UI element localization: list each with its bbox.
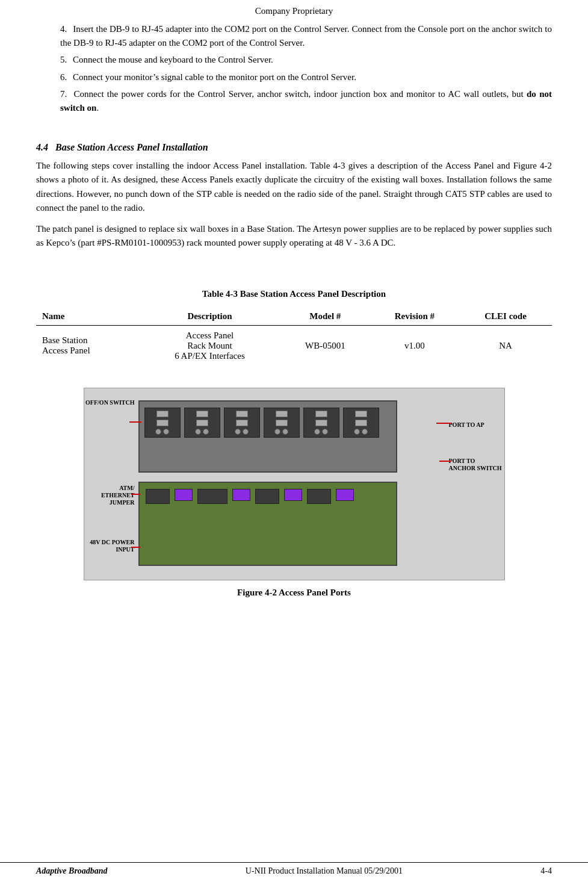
rj45-port [156, 420, 169, 426]
label-power-input: 48V DC POWER INPUT [85, 539, 135, 553]
footer-brand: Adaptive Broadband [36, 866, 108, 876]
table-container: Table 4-3 Base Station Access Panel Desc… [36, 289, 552, 366]
rj45-port [315, 411, 327, 417]
arrow-port-ap [436, 423, 451, 424]
body-paragraph-2: The patch panel is designed to replace s… [36, 222, 552, 250]
list-item-7-text: Connect the power cords for the Control … [74, 89, 527, 99]
table-row: Base StationAccess Panel Access PanelRac… [36, 325, 552, 366]
pcb-component [336, 489, 354, 501]
list-item-4-text: Insert the DB-9 to RJ-45 adapter into th… [60, 24, 552, 48]
cell-model: WB-05001 [280, 325, 370, 366]
figure-image: OFF/ON SWITCH ATM/ ETHERNET JUMPER 48V D… [84, 388, 505, 580]
pcb-component [175, 489, 193, 501]
pcb-component [146, 489, 170, 504]
port-block-2 [184, 408, 220, 438]
page-header: Company Proprietary [36, 0, 552, 22]
list-item-5: 5. Connect the mouse and keyboard to the… [60, 53, 552, 67]
panel-top [138, 400, 397, 473]
rj45-port [236, 420, 248, 426]
label-off-on-switch: OFF/ON SWITCH [85, 399, 135, 406]
port-block-4 [264, 408, 300, 438]
rj45-port [276, 420, 288, 426]
cell-revision: v1.00 [370, 325, 459, 366]
arrow-off-on [129, 421, 141, 423]
rj45-port [196, 411, 208, 417]
rj45-port [276, 411, 288, 417]
rj45-port [355, 420, 367, 426]
footer-manual: U-NII Product Installation Manual 05/29/… [108, 866, 541, 876]
page-footer: Adaptive Broadband U-NII Product Install… [0, 862, 588, 876]
body-paragraph-1: The following steps cover installing the… [36, 159, 552, 215]
table-header-row: Name Description Model # Revision # CLEI… [36, 308, 552, 326]
label-atm-ethernet: ATM/ ETHERNET JUMPER [85, 485, 135, 506]
rj45-port [156, 411, 169, 417]
description-table: Name Description Model # Revision # CLEI… [36, 308, 552, 366]
list-item-7: 7. Connect the power cords for the Contr… [60, 87, 552, 114]
arrow-power [131, 547, 140, 548]
col-description: Description [139, 308, 280, 326]
page: Company Proprietary 4. Insert the DB-9 t… [0, 0, 588, 882]
arrow-atm [131, 494, 140, 495]
numbered-list: 4. Insert the DB-9 to RJ-45 adapter into… [48, 22, 552, 114]
list-item-4: 4. Insert the DB-9 to RJ-45 adapter into… [60, 22, 552, 49]
list-item-7-suffix: . [96, 103, 99, 113]
section-title: 4.4 Base Station Access Panel Installati… [36, 142, 552, 153]
label-port-to-ap: PORT TO AP [449, 421, 503, 429]
col-name: Name [36, 308, 139, 326]
label-port-to-anchor: PORT TO ANCHOR SWITCH [449, 458, 503, 472]
port-block-1 [144, 408, 181, 438]
list-item-5-text: Connect the mouse and keyboard to the Co… [73, 55, 273, 64]
rj45-port [355, 411, 367, 417]
arrow-port-anchor [439, 461, 451, 462]
section-number: 4.4 [36, 142, 48, 152]
port-block-5 [303, 408, 339, 438]
cell-clei: NA [459, 325, 552, 366]
table-title: Table 4-3 Base Station Access Panel Desc… [36, 289, 552, 299]
col-model: Model # [280, 308, 370, 326]
footer-page: 4-4 [540, 866, 552, 876]
header-title: Company Proprietary [255, 6, 333, 16]
pcb-component [255, 489, 279, 504]
cell-name: Base StationAccess Panel [36, 325, 139, 366]
port-block-3 [224, 408, 260, 438]
rj45-port [236, 411, 248, 417]
pcb-component [232, 489, 250, 501]
rj45-port [315, 420, 327, 426]
list-item-6: 6. Connect your monitor’s signal cable t… [60, 70, 552, 84]
list-item-6-text: Connect your monitor’s signal cable to t… [73, 72, 356, 82]
pcb-component [197, 489, 227, 504]
pcb-component [307, 489, 331, 504]
section-title-text: Base Station Access Panel Installation [55, 142, 208, 152]
col-revision: Revision # [370, 308, 459, 326]
cell-description: Access PanelRack Mount6 AP/EX Interfaces [139, 325, 280, 366]
panel-bottom [138, 482, 397, 566]
figure-wrapper: OFF/ON SWITCH ATM/ ETHERNET JUMPER 48V D… [69, 388, 520, 598]
port-block-6 [343, 408, 379, 438]
rj45-port [196, 420, 208, 426]
figure-caption: Figure 4-2 Access Panel Ports [69, 588, 520, 598]
col-clei: CLEI code [459, 308, 552, 326]
pcb-component [284, 489, 302, 501]
